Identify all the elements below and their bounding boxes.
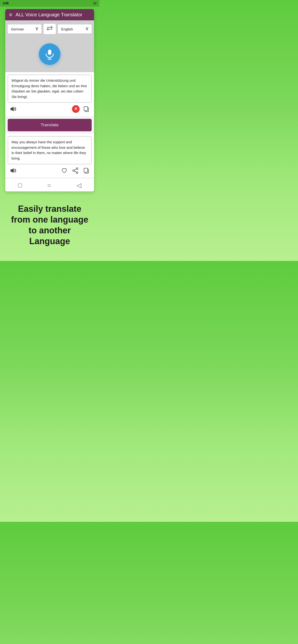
target-language-label: English [61,27,73,31]
menu-icon[interactable]: ≡ [9,12,12,18]
source-language-selector[interactable]: German V [8,24,42,34]
translate-section: Translate [5,116,94,134]
status-icons: 10 [93,2,96,5]
svg-point-10 [73,170,74,171]
source-text-box: Mögest du immer die Unterstützung und Er… [8,74,92,103]
copy-output-icon [83,167,90,174]
share-button[interactable] [71,166,80,175]
microphone-area [5,38,94,72]
navigation-bar: □ ○ ◁ [5,178,94,192]
app-header: ≡ ALL Voice Language Translator [5,9,94,20]
source-text-content: Mögest du immer die Unterstützung und Er… [12,78,87,99]
svg-point-9 [76,168,78,169]
target-chevron-icon: V [86,27,88,31]
svg-rect-2 [48,50,51,55]
microphone-button[interactable] [39,43,60,65]
svg-rect-15 [84,168,88,172]
language-selector-row: German V English V [5,20,94,38]
svg-marker-8 [11,168,14,173]
nav-back-icon[interactable]: ◁ [77,182,81,189]
copy-icon [83,106,90,112]
svg-line-12 [74,169,77,170]
clear-input-button[interactable]: ✕ [72,105,80,113]
microphone-icon [44,49,55,60]
swap-icon [46,26,53,32]
output-text-content: May you always have the support and enco… [12,140,86,160]
translate-button[interactable]: Translate [8,119,92,131]
share-icon [72,167,79,174]
copy-output-button[interactable] [82,166,91,175]
output-speaker-button[interactable] [9,166,17,175]
svg-rect-7 [84,106,88,111]
volume-icon [10,106,16,112]
source-speaker-button[interactable] [9,105,17,113]
heart-icon [61,167,68,174]
swap-languages-button[interactable] [43,24,56,34]
favorite-button[interactable] [60,166,69,175]
tagline: Easily translate from one language to an… [0,194,99,261]
output-section: May you always have the support and enco… [5,136,94,178]
output-text-box: May you always have the support and enco… [8,136,92,164]
app-title: ALL Voice Language Translator [16,12,90,18]
output-volume-icon [10,167,16,174]
svg-marker-5 [11,106,14,112]
source-chevron-icon: V [36,27,38,31]
svg-point-11 [76,172,78,173]
status-time: 3:05 [3,2,9,5]
source-language-label: German [11,27,24,31]
target-language-selector[interactable]: English V [58,24,92,34]
output-action-bar [5,164,94,178]
close-icon: ✕ [74,107,77,111]
nav-home-icon[interactable]: ○ [47,182,51,189]
copy-source-button[interactable] [82,105,91,113]
input-section: Mögest du immer die Unterstützung und Er… [5,74,94,116]
svg-line-13 [74,171,77,172]
nav-square-icon[interactable]: □ [18,182,22,189]
input-action-bar: ✕ [5,103,94,116]
app-container: ≡ ALL Voice Language Translator German V [5,9,94,192]
status-bar: 3:05 10 [0,0,99,7]
